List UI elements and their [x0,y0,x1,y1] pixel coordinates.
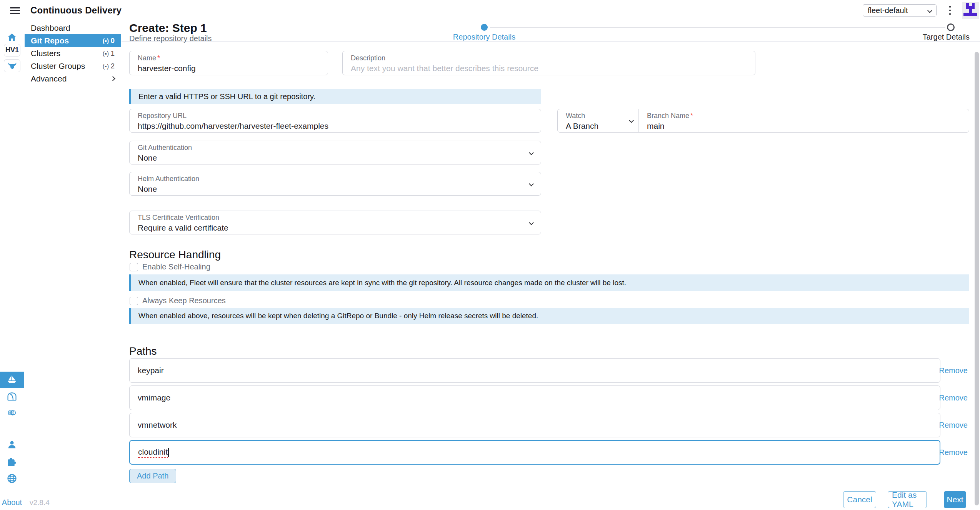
git-authentication-value: None [138,153,157,163]
puzzle-piece-icon [7,457,17,467]
sidebar-item-clusters[interactable]: Clusters 1 [25,47,121,60]
path-input-vmimage[interactable]: vmimage [129,385,940,410]
sidebar-item-git-repos[interactable]: Git Repos 0 [25,34,121,47]
path-value: vmimage [138,393,170,402]
helm-authentication-value: None [138,184,157,194]
branch-name-field[interactable]: Branch Name* main [639,109,969,132]
chevron-down-icon [529,150,534,155]
cancel-button[interactable]: Cancel [843,491,876,508]
users-auth-nav-button[interactable] [0,438,24,451]
self-healing-checkbox[interactable] [130,263,138,271]
continuous-delivery-nav-button[interactable] [0,372,24,388]
sidebar-item-label: Git Repos [31,36,69,45]
home-icon [7,32,17,42]
cluster-badge-label: HV1 [5,46,19,54]
resource-handling-heading: Resource Handling [129,249,221,261]
sidebar-item-advanced[interactable]: Advanced [25,72,121,85]
about-link[interactable]: About [0,497,24,508]
keep-resources-info-text: When enabled above, resources will be ke… [138,312,538,320]
fleet-sailboat-icon [7,374,17,385]
tls-verification-select[interactable]: TLS Certificate Verification Require a v… [129,211,541,234]
repository-url-label: Repository URL [138,112,187,120]
workspace-select-value: fleet-default [868,6,908,15]
harvester-bull-icon [7,61,17,70]
add-path-button[interactable]: Add Path [129,469,176,483]
sidebar-item-label: Dashboard [31,23,70,33]
helm-authentication-select[interactable]: Helm Authentication None [129,172,541,196]
version-label: v2.8.4 [30,498,50,507]
cluster-badge-hv1[interactable]: HV1 [4,44,20,56]
step-1-dot[interactable] [481,24,488,31]
hamburger-menu-icon[interactable] [10,6,20,15]
edit-as-yaml-button[interactable]: Edit as YAML [888,491,927,508]
sidebar-item-dashboard[interactable]: Dashboard [25,22,121,34]
description-field[interactable]: Description Any text you want that bette… [342,51,755,75]
path-row: cloudinit Remove [129,440,969,465]
watch-select-value: A Branch [566,121,598,131]
next-button[interactable]: Next [944,491,966,508]
form-footer: Cancel Edit as YAML Next [122,489,980,510]
path-input-vmnetwork[interactable]: vmnetwork [129,413,940,437]
name-field-label: Name* [138,54,160,62]
helm-authentication-label: Helm Authentication [138,175,199,183]
required-asterisk: * [157,54,160,62]
kebab-menu-icon[interactable] [945,5,955,16]
keep-resources-info-banner: When enabled above, resources will be ke… [129,308,969,324]
name-field-value: harvester-config [138,64,196,73]
keep-resources-checkbox[interactable] [130,297,138,305]
repository-url-field[interactable]: Repository URL https://github.com/harves… [129,109,541,133]
git-authentication-select[interactable]: Git Authentication None [129,141,541,164]
description-field-placeholder: Any text you want that better describes … [351,64,538,73]
main-panel: Create: Step 1 Define repository details… [122,22,980,510]
extensions-nav-button[interactable] [0,455,24,469]
global-settings-nav-button[interactable] [0,472,24,485]
workspace-select[interactable]: fleet-default [863,4,937,17]
name-field[interactable]: Name* harvester-config [129,51,328,75]
sidebar-nav: Dashboard Git Repos 0 Clusters 1 Cluster… [25,22,121,510]
step-2-circle[interactable] [947,23,955,31]
branch-name-label: Branch Name* [647,112,693,120]
sidebar-item-cluster-groups[interactable]: Cluster Groups 2 [25,60,121,72]
required-asterisk: * [690,112,693,120]
chevron-down-icon [529,181,534,186]
path-input-keypair[interactable]: keypair [129,358,940,383]
harvester-cluster-button[interactable] [4,59,20,72]
remove-path-button[interactable]: Remove [939,448,968,457]
clusters-count: 1 [103,49,115,58]
remove-path-button[interactable]: Remove [939,421,968,430]
avatar-identicon [962,2,979,19]
virtualization-management-nav-button[interactable] [0,390,24,404]
rail-divider [5,426,19,426]
step-1-label[interactable]: Repository Details [448,33,521,42]
vertical-scrollbar[interactable] [975,52,979,505]
remove-path-button[interactable]: Remove [939,394,968,402]
home-button[interactable] [0,31,24,44]
path-value: keypair [138,366,164,375]
watch-branch-group: Watch A Branch Branch Name* main [557,109,969,133]
keep-resources-checkbox-row[interactable]: Always Keep Resources [130,296,226,305]
tls-verification-value: Require a valid certificate [138,223,228,233]
topbar-right: fleet-default [863,2,980,19]
step-2-label[interactable]: Target Details [923,33,970,42]
watch-select[interactable]: Watch A Branch [558,109,639,132]
description-field-label: Description [351,54,385,62]
self-healing-checkbox-row[interactable]: Enable Self-Healing [130,262,210,271]
url-info-banner-text: Enter a valid HTTPS or SSH URL to a git … [138,92,315,101]
remove-path-button[interactable]: Remove [939,366,968,375]
url-info-banner: Enter a valid HTTPS or SSH URL to a git … [129,89,541,104]
app-rail: HV1 [0,22,24,510]
top-bar: Continuous Delivery fleet-default [0,0,980,21]
path-row: vmnetwork Remove [129,413,969,437]
app-title: Continuous Delivery [30,5,122,16]
text-cursor [168,448,169,457]
user-avatar[interactable] [962,2,979,19]
keep-resources-label: Always Keep Resources [142,296,226,305]
git-authentication-label: Git Authentication [138,144,192,152]
chevron-down-icon [927,8,932,13]
git-repos-count: 0 [103,37,115,45]
cluster-management-nav-button[interactable] [0,406,24,419]
repository-url-value: https://github.com/harvester/harvester-f… [138,121,328,131]
paths-heading: Paths [129,345,157,357]
path-input-cloudinit[interactable]: cloudinit [129,440,940,465]
globe-icon [7,473,17,484]
